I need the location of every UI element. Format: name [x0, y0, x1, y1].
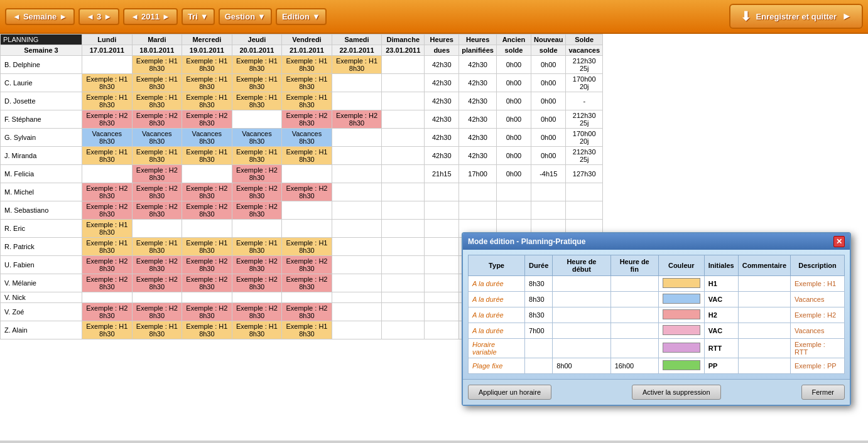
- schedule-cell[interactable]: Exemple : H18h30: [82, 74, 133, 92]
- schedule-cell[interactable]: [182, 165, 232, 183]
- schedule-cell[interactable]: Exemple : H18h30: [82, 220, 133, 238]
- employee-name[interactable]: V. Zoé: [1, 303, 82, 321]
- schedule-cell[interactable]: Vacances8h30: [82, 129, 133, 147]
- schedule-cell[interactable]: [232, 292, 282, 303]
- modal-type-cell[interactable]: Plage fixe: [469, 358, 525, 374]
- schedule-cell[interactable]: Exemple : H28h30: [82, 183, 133, 201]
- schedule-cell[interactable]: Exemple : H28h30: [182, 256, 232, 274]
- employee-name[interactable]: D. Josette: [1, 92, 82, 110]
- schedule-cell[interactable]: Exemple : H18h30: [282, 56, 332, 74]
- employee-name[interactable]: F. Stéphane: [1, 110, 82, 129]
- schedule-cell[interactable]: [382, 74, 425, 92]
- modal-row[interactable]: A la durée8h30H2Exemple : H2: [469, 307, 845, 323]
- employee-name[interactable]: V. Nick: [1, 292, 82, 303]
- schedule-cell[interactable]: Exemple : H28h30: [82, 110, 133, 129]
- modal-row[interactable]: A la durée7h00VACVacances: [469, 323, 845, 339]
- schedule-cell[interactable]: [382, 147, 425, 165]
- schedule-cell[interactable]: [382, 274, 425, 292]
- schedule-cell[interactable]: [232, 220, 282, 238]
- schedule-cell[interactable]: [332, 129, 382, 147]
- schedule-cell[interactable]: Exemple : H28h30: [82, 201, 133, 220]
- schedule-cell[interactable]: [282, 165, 332, 183]
- schedule-cell[interactable]: Exemple : H28h30: [232, 183, 282, 201]
- schedule-cell[interactable]: Exemple : H28h30: [182, 110, 232, 129]
- schedule-cell[interactable]: [382, 220, 425, 238]
- schedule-cell[interactable]: Vacances8h30: [132, 129, 182, 147]
- schedule-cell[interactable]: Exemple : H18h30: [132, 56, 182, 74]
- schedule-cell[interactable]: Exemple : H28h30: [132, 303, 182, 321]
- week-number-button[interactable]: ◄ 3 ►: [79, 8, 119, 25]
- schedule-cell[interactable]: Exemple : H18h30: [82, 147, 133, 165]
- schedule-cell[interactable]: Vacances8h30: [182, 129, 232, 147]
- schedule-cell[interactable]: Exemple : H18h30: [82, 321, 133, 339]
- employee-name[interactable]: G. Sylvain: [1, 129, 82, 147]
- employee-name[interactable]: M. Michel: [1, 183, 82, 201]
- schedule-cell[interactable]: Exemple : H28h30: [282, 183, 332, 201]
- schedule-cell[interactable]: Exemple : H18h30: [332, 56, 382, 74]
- schedule-cell[interactable]: Exemple : H28h30: [132, 165, 182, 183]
- employee-name[interactable]: M. Sebastiano: [1, 201, 82, 220]
- schedule-cell[interactable]: Exemple : H28h30: [232, 201, 282, 220]
- schedule-cell[interactable]: [282, 220, 332, 238]
- schedule-cell[interactable]: Exemple : H28h30: [132, 183, 182, 201]
- schedule-cell[interactable]: [382, 256, 425, 274]
- schedule-cell[interactable]: Exemple : H28h30: [132, 274, 182, 292]
- modal-row[interactable]: A la durée8h30H1Exemple : H1: [469, 276, 845, 292]
- schedule-cell[interactable]: Exemple : H28h30: [182, 183, 232, 201]
- schedule-cell[interactable]: Exemple : H18h30: [182, 74, 232, 92]
- employee-name[interactable]: V. Mélanie: [1, 274, 82, 292]
- schedule-cell[interactable]: Exemple : H18h30: [282, 147, 332, 165]
- schedule-cell[interactable]: [332, 74, 382, 92]
- employee-name[interactable]: R. Patrick: [1, 238, 82, 256]
- schedule-cell[interactable]: Exemple : H28h30: [82, 303, 133, 321]
- schedule-cell[interactable]: Exemple : H28h30: [282, 274, 332, 292]
- year-button[interactable]: ◄ 2011 ►: [123, 8, 178, 25]
- schedule-cell[interactable]: [382, 165, 425, 183]
- schedule-cell[interactable]: [332, 92, 382, 110]
- employee-name[interactable]: M. Felicia: [1, 165, 82, 183]
- tri-button[interactable]: Tri ▼: [182, 8, 215, 25]
- close-button[interactable]: Fermer: [801, 385, 845, 400]
- schedule-cell[interactable]: [332, 165, 382, 183]
- schedule-cell[interactable]: [382, 303, 425, 321]
- schedule-cell[interactable]: Exemple : H18h30: [232, 56, 282, 74]
- modal-type-cell[interactable]: A la durée: [469, 323, 525, 339]
- schedule-cell[interactable]: [182, 220, 232, 238]
- schedule-cell[interactable]: Exemple : H18h30: [182, 321, 232, 339]
- schedule-cell[interactable]: Exemple : H18h30: [232, 147, 282, 165]
- schedule-cell[interactable]: [132, 220, 182, 238]
- schedule-cell[interactable]: Exemple : H18h30: [182, 238, 232, 256]
- schedule-cell[interactable]: [282, 292, 332, 303]
- schedule-cell[interactable]: Vacances8h30: [232, 129, 282, 147]
- schedule-cell[interactable]: Exemple : H28h30: [282, 256, 332, 274]
- schedule-cell[interactable]: [132, 292, 182, 303]
- gestion-button[interactable]: Gestion ▼: [219, 8, 272, 25]
- modal-type-cell[interactable]: Horaire variable: [469, 339, 525, 358]
- schedule-cell[interactable]: Exemple : H28h30: [132, 256, 182, 274]
- schedule-cell[interactable]: [382, 292, 425, 303]
- schedule-cell[interactable]: Exemple : H28h30: [132, 201, 182, 220]
- schedule-cell[interactable]: [382, 321, 425, 339]
- schedule-cell[interactable]: [332, 292, 382, 303]
- schedule-cell[interactable]: Exemple : H18h30: [282, 321, 332, 339]
- schedule-cell[interactable]: [82, 165, 133, 183]
- schedule-cell[interactable]: [382, 238, 425, 256]
- activate-deletion-button[interactable]: Activer la suppression: [632, 385, 721, 400]
- schedule-cell[interactable]: Exemple : H28h30: [232, 165, 282, 183]
- schedule-cell[interactable]: Exemple : H18h30: [282, 238, 332, 256]
- schedule-cell[interactable]: [232, 110, 282, 129]
- schedule-cell[interactable]: [332, 274, 382, 292]
- employee-name[interactable]: J. Miranda: [1, 147, 82, 165]
- schedule-cell[interactable]: Exemple : H28h30: [282, 303, 332, 321]
- save-button[interactable]: ⬇ Enregistrer et quitter ►: [729, 4, 863, 29]
- schedule-cell[interactable]: Exemple : H18h30: [232, 74, 282, 92]
- schedule-cell[interactable]: [332, 256, 382, 274]
- semaine-button[interactable]: ◄ Semaine ►: [5, 8, 75, 25]
- modal-type-cell[interactable]: A la durée: [469, 276, 525, 292]
- schedule-cell[interactable]: [332, 321, 382, 339]
- schedule-cell[interactable]: Exemple : H28h30: [332, 110, 382, 129]
- schedule-cell[interactable]: Exemple : H18h30: [282, 92, 332, 110]
- apply-schedule-button[interactable]: Appliquer un horaire: [468, 385, 551, 400]
- schedule-cell[interactable]: [82, 292, 133, 303]
- schedule-cell[interactable]: [332, 147, 382, 165]
